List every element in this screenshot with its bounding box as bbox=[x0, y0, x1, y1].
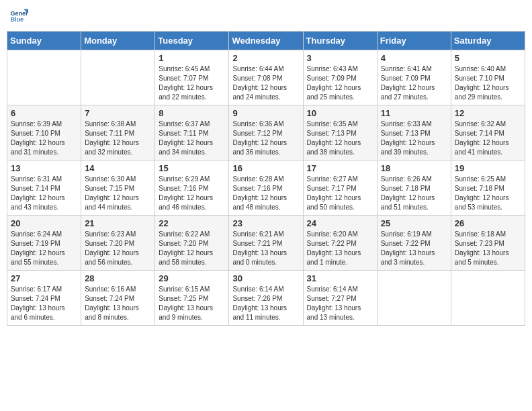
day-info: Sunrise: 6:20 AMSunset: 7:22 PMDaylight:… bbox=[307, 230, 373, 267]
day-number: 19 bbox=[455, 163, 521, 173]
day-info: Sunrise: 6:41 AMSunset: 7:09 PMDaylight:… bbox=[381, 64, 447, 102]
day-number: 21 bbox=[85, 218, 151, 228]
day-number: 5 bbox=[455, 53, 521, 63]
calendar-cell: 28Sunrise: 6:16 AMSunset: 7:24 PMDayligh… bbox=[81, 271, 155, 326]
calendar-cell: 31Sunrise: 6:14 AMSunset: 7:27 PMDayligh… bbox=[303, 271, 377, 326]
day-number: 16 bbox=[232, 163, 299, 173]
day-number: 18 bbox=[381, 163, 447, 173]
day-info: Sunrise: 6:24 AMSunset: 7:19 PMDaylight:… bbox=[11, 230, 77, 267]
calendar-cell: 6Sunrise: 6:39 AMSunset: 7:10 PMDaylight… bbox=[7, 105, 81, 161]
day-number: 6 bbox=[11, 108, 77, 118]
calendar-cell: 1Sunrise: 6:45 AMSunset: 7:07 PMDaylight… bbox=[155, 50, 229, 105]
calendar-cell: 10Sunrise: 6:35 AMSunset: 7:13 PMDayligh… bbox=[303, 105, 377, 161]
page-header: General Blue bbox=[7, 7, 525, 26]
day-number: 3 bbox=[307, 53, 373, 63]
day-number: 17 bbox=[307, 163, 373, 173]
day-number: 31 bbox=[307, 273, 373, 283]
day-number: 22 bbox=[159, 218, 225, 228]
day-header-tuesday: Tuesday bbox=[155, 32, 229, 50]
calendar-cell bbox=[451, 271, 525, 326]
calendar-cell: 7Sunrise: 6:38 AMSunset: 7:11 PMDaylight… bbox=[81, 105, 155, 161]
calendar-cell: 21Sunrise: 6:23 AMSunset: 7:20 PMDayligh… bbox=[81, 216, 155, 271]
day-info: Sunrise: 6:45 AMSunset: 7:07 PMDaylight:… bbox=[159, 64, 225, 102]
calendar-cell: 25Sunrise: 6:19 AMSunset: 7:22 PMDayligh… bbox=[377, 216, 451, 271]
day-number: 27 bbox=[11, 273, 77, 283]
calendar-cell: 22Sunrise: 6:22 AMSunset: 7:20 PMDayligh… bbox=[155, 216, 229, 271]
day-number: 9 bbox=[232, 108, 299, 118]
calendar-cell: 16Sunrise: 6:28 AMSunset: 7:16 PMDayligh… bbox=[229, 161, 303, 216]
day-number: 25 bbox=[381, 218, 447, 228]
day-info: Sunrise: 6:40 AMSunset: 7:10 PMDaylight:… bbox=[455, 64, 521, 102]
calendar-cell: 8Sunrise: 6:37 AMSunset: 7:11 PMDaylight… bbox=[155, 105, 229, 161]
calendar-cell: 5Sunrise: 6:40 AMSunset: 7:10 PMDaylight… bbox=[451, 50, 525, 105]
calendar-cell: 12Sunrise: 6:32 AMSunset: 7:14 PMDayligh… bbox=[451, 105, 525, 161]
day-number: 20 bbox=[11, 218, 77, 228]
day-info: Sunrise: 6:16 AMSunset: 7:24 PMDaylight:… bbox=[85, 285, 151, 322]
day-number: 24 bbox=[307, 218, 373, 228]
day-info: Sunrise: 6:21 AMSunset: 7:21 PMDaylight:… bbox=[232, 230, 299, 267]
day-number: 15 bbox=[159, 163, 225, 173]
calendar-cell: 20Sunrise: 6:24 AMSunset: 7:19 PMDayligh… bbox=[7, 216, 81, 271]
day-header-thursday: Thursday bbox=[303, 32, 377, 50]
day-info: Sunrise: 6:36 AMSunset: 7:12 PMDaylight:… bbox=[232, 120, 299, 157]
day-info: Sunrise: 6:33 AMSunset: 7:13 PMDaylight:… bbox=[381, 120, 447, 157]
calendar-table: SundayMondayTuesdayWednesdayThursdayFrid… bbox=[7, 31, 525, 326]
day-header-friday: Friday bbox=[377, 32, 451, 50]
day-info: Sunrise: 6:17 AMSunset: 7:24 PMDaylight:… bbox=[11, 285, 77, 322]
svg-text:Blue: Blue bbox=[10, 16, 24, 23]
day-info: Sunrise: 6:43 AMSunset: 7:09 PMDaylight:… bbox=[307, 64, 373, 102]
calendar-cell: 27Sunrise: 6:17 AMSunset: 7:24 PMDayligh… bbox=[7, 271, 81, 326]
day-number: 30 bbox=[232, 273, 299, 283]
day-number: 28 bbox=[85, 273, 151, 283]
calendar-cell: 14Sunrise: 6:30 AMSunset: 7:15 PMDayligh… bbox=[81, 161, 155, 216]
day-info: Sunrise: 6:35 AMSunset: 7:13 PMDaylight:… bbox=[307, 120, 373, 157]
day-number: 11 bbox=[381, 108, 447, 118]
day-number: 4 bbox=[381, 53, 447, 63]
calendar-cell bbox=[7, 50, 81, 105]
calendar-cell: 29Sunrise: 6:15 AMSunset: 7:25 PMDayligh… bbox=[155, 271, 229, 326]
logo-icon: General Blue bbox=[9, 7, 28, 26]
day-info: Sunrise: 6:26 AMSunset: 7:18 PMDaylight:… bbox=[381, 175, 447, 212]
day-header-monday: Monday bbox=[81, 32, 155, 50]
calendar-cell: 9Sunrise: 6:36 AMSunset: 7:12 PMDaylight… bbox=[229, 105, 303, 161]
day-number: 12 bbox=[455, 108, 521, 118]
calendar-cell: 26Sunrise: 6:18 AMSunset: 7:23 PMDayligh… bbox=[451, 216, 525, 271]
day-info: Sunrise: 6:27 AMSunset: 7:17 PMDaylight:… bbox=[307, 175, 373, 212]
day-info: Sunrise: 6:19 AMSunset: 7:22 PMDaylight:… bbox=[381, 230, 447, 267]
day-number: 8 bbox=[159, 108, 225, 118]
day-number: 10 bbox=[307, 108, 373, 118]
day-info: Sunrise: 6:38 AMSunset: 7:11 PMDaylight:… bbox=[85, 120, 151, 157]
calendar-cell: 18Sunrise: 6:26 AMSunset: 7:18 PMDayligh… bbox=[377, 161, 451, 216]
calendar-cell bbox=[81, 50, 155, 105]
day-number: 7 bbox=[85, 108, 151, 118]
day-header-saturday: Saturday bbox=[451, 32, 525, 50]
day-info: Sunrise: 6:30 AMSunset: 7:15 PMDaylight:… bbox=[85, 175, 151, 212]
day-number: 13 bbox=[11, 163, 77, 173]
day-info: Sunrise: 6:37 AMSunset: 7:11 PMDaylight:… bbox=[159, 120, 225, 157]
day-info: Sunrise: 6:15 AMSunset: 7:25 PMDaylight:… bbox=[159, 285, 225, 322]
day-info: Sunrise: 6:32 AMSunset: 7:14 PMDaylight:… bbox=[455, 120, 521, 157]
day-info: Sunrise: 6:14 AMSunset: 7:27 PMDaylight:… bbox=[307, 285, 373, 322]
day-info: Sunrise: 6:28 AMSunset: 7:16 PMDaylight:… bbox=[232, 175, 299, 212]
calendar-cell: 23Sunrise: 6:21 AMSunset: 7:21 PMDayligh… bbox=[229, 216, 303, 271]
day-info: Sunrise: 6:31 AMSunset: 7:14 PMDaylight:… bbox=[11, 175, 77, 212]
day-number: 14 bbox=[85, 163, 151, 173]
calendar-cell: 24Sunrise: 6:20 AMSunset: 7:22 PMDayligh… bbox=[303, 216, 377, 271]
day-info: Sunrise: 6:22 AMSunset: 7:20 PMDaylight:… bbox=[159, 230, 225, 267]
calendar-cell: 19Sunrise: 6:25 AMSunset: 7:18 PMDayligh… bbox=[451, 161, 525, 216]
calendar-cell: 15Sunrise: 6:29 AMSunset: 7:16 PMDayligh… bbox=[155, 161, 229, 216]
day-info: Sunrise: 6:14 AMSunset: 7:26 PMDaylight:… bbox=[232, 285, 299, 322]
day-info: Sunrise: 6:29 AMSunset: 7:16 PMDaylight:… bbox=[159, 175, 225, 212]
day-number: 26 bbox=[455, 218, 521, 228]
day-number: 29 bbox=[159, 273, 225, 283]
day-info: Sunrise: 6:25 AMSunset: 7:18 PMDaylight:… bbox=[455, 175, 521, 212]
day-info: Sunrise: 6:44 AMSunset: 7:08 PMDaylight:… bbox=[232, 64, 299, 102]
logo: General Blue bbox=[9, 7, 31, 26]
day-number: 2 bbox=[232, 53, 299, 63]
day-info: Sunrise: 6:23 AMSunset: 7:20 PMDaylight:… bbox=[85, 230, 151, 267]
calendar-cell: 13Sunrise: 6:31 AMSunset: 7:14 PMDayligh… bbox=[7, 161, 81, 216]
calendar-cell: 30Sunrise: 6:14 AMSunset: 7:26 PMDayligh… bbox=[229, 271, 303, 326]
day-number: 1 bbox=[159, 53, 225, 63]
calendar-cell: 17Sunrise: 6:27 AMSunset: 7:17 PMDayligh… bbox=[303, 161, 377, 216]
day-header-sunday: Sunday bbox=[7, 32, 81, 50]
